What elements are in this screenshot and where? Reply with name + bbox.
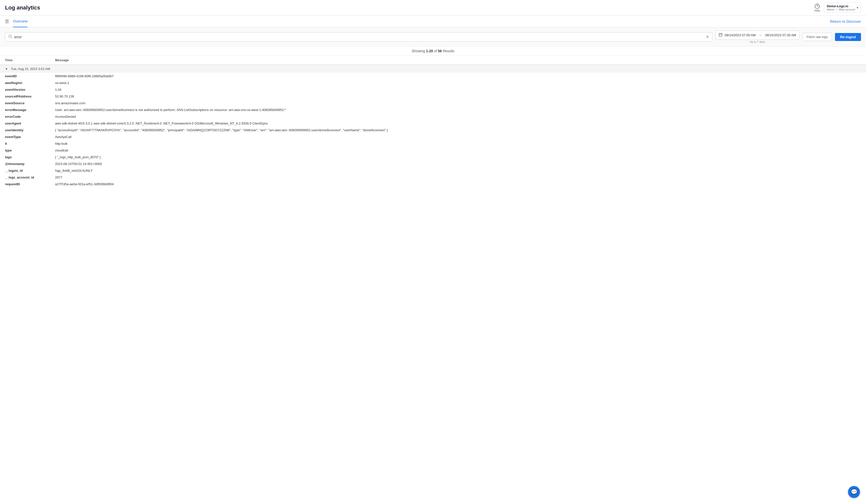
table-row: type cloudtrail [0,147,866,154]
search-input-wrapper: ✕ [5,32,712,42]
header-right: Help Demo-Logz.io Admin | Main account ▾ [814,2,861,13]
date-range-sublabel: Up to 7 days [750,40,765,43]
field-value: AwsApiCall [50,134,866,140]
svg-line-3 [11,37,12,38]
table-row: errorCode AccessDenied [0,113,866,120]
table-header-row: Time Message [0,56,866,65]
svg-point-2 [9,35,12,38]
field-value: User: arn:aws:iam::406095609952:user/dom… [50,106,866,113]
field-value: 2023-08-15T00:01:14.951+0000 [50,160,866,167]
field-name: __logz_account_id [0,174,50,181]
table-row: awsRegion us-west-1 [0,80,866,86]
table-row: errorMessage User: arn:aws:iam::40609560… [0,106,866,113]
table-row: @timestamp 2023-08-15T00:01:14.951+0000 [0,160,866,167]
account-role-info: Admin | Main account [827,8,855,11]
fetch-raw-logs-button[interactable]: Fetch raw logs [802,33,832,41]
clear-search-icon[interactable]: ✕ [706,34,709,39]
table-row: __logzio_id hqp_9okB_xwGGt-NJNLY [0,167,866,174]
results-count: 56 [438,49,442,53]
reingest-button[interactable]: Re-ingest [835,33,861,41]
showing-label: Showing [411,49,425,53]
date-to: 08/15/2023 07:30 AM [765,33,796,37]
field-name: requestID [0,181,50,187]
chevron-down-icon: ▾ [857,6,858,10]
field-name: eventID [0,73,50,80]
field-value: us-west-1 [50,80,866,86]
col-message: Message [50,56,866,65]
top-header: Log analytics Help Demo-Logz.io Admin | … [0,0,866,15]
nav-bar: ☰ Overview Return to Discover [0,15,866,27]
return-to-discover-link[interactable]: Return to Discover [830,19,861,23]
date-arrow-icon: → [758,33,763,37]
field-name: awsRegion [0,80,50,86]
nav-left: ☰ Overview [5,16,27,27]
of-label: of [434,49,437,53]
field-name: lt [0,140,50,147]
table-row: requestID a27f7d5a-ae0a-501a-ef51-3df000… [0,181,866,187]
field-name: eventType [0,134,50,140]
table-row: sourceIPAddress 52.90.70.136 [0,93,866,100]
field-value: 2977 [50,174,866,181]
field-name: errorCode [0,113,50,120]
date-range-group: 08/14/2023 07:00 AM → 08/15/2023 07:30 A… [715,31,799,43]
table-row: __logz_account_id 2977 [0,174,866,181]
calendar-icon [719,33,723,37]
field-name: @timestamp [0,160,50,167]
field-name: tags [0,154,50,160]
field-value: 52.90.70.136 [50,93,866,100]
account-separator: | [836,8,837,11]
field-name: eventVersion [0,86,50,93]
field-value: [ "_logz_http_bulk_json_8070" ] [50,154,866,160]
field-name: sourceIPAddress [0,93,50,100]
field-name: userAgent [0,120,50,127]
date-from: 08/14/2023 07:00 AM [724,33,756,37]
help-icon [814,3,820,9]
field-name: __logzio_id [0,167,50,174]
table-row: lt http-bulk [0,140,866,147]
field-value: cloudtrail [50,147,866,154]
col-time: Time [0,56,50,65]
table-row: eventSource sns.amazonaws.com [0,100,866,106]
account-role: Admin [827,8,834,11]
log-table: Time Message ▼ Tue, Aug 15, 2023 3:01 AM… [0,56,866,187]
field-name: userIdentity [0,127,50,134]
group-date-label: Tue, Aug 15, 2023 3:01 AM [11,67,50,71]
field-name: eventSource [0,100,50,106]
group-row: ▼ Tue, Aug 15, 2023 3:01 AM [0,65,866,73]
results-label: Results [443,49,455,53]
field-name: errorMessage [0,106,50,113]
field-value: sns.amazonaws.com [50,100,866,106]
search-bar-container: ✕ 08/14/2023 07:00 AM → 08/15/2023 07:30… [0,27,866,46]
field-value: a27f7d5a-ae0a-501a-ef51-3df000b06f04 [50,181,866,187]
results-range: 1-20 [426,49,433,53]
account-section[interactable]: Demo-Logz.io Admin | Main account ▾ [824,2,861,13]
account-type: Main account [839,8,855,11]
account-info: Demo-Logz.io Admin | Main account [827,4,855,11]
svg-point-0 [815,4,820,8]
table-row: eventVersion 1.04 [0,86,866,93]
account-name: Demo-Logz.io [827,4,855,8]
field-value: 1.04 [50,86,866,93]
results-info: Showing 1-20 of 56 Results [0,46,866,56]
table-row: tags [ "_logz_http_bulk_json_8070" ] [0,154,866,160]
tab-overview-label: Overview [13,19,27,23]
field-value: aws-sdk-dotnet-45/3.3.0.1 aws-sdk-dotnet… [50,120,866,127]
tab-overview[interactable]: Overview [13,16,27,27]
field-value: AccessDenied [50,113,866,120]
table-row: eventType AwsApiCall [0,134,866,140]
group-row-date[interactable]: ▼ Tue, Aug 15, 2023 3:01 AM [0,65,866,73]
field-value: hqp_9okB_xwGGt-NJNLY [50,167,866,174]
field-name: type [0,147,50,154]
table-row: userAgent aws-sdk-dotnet-45/3.3.0.1 aws-… [0,120,866,127]
search-input[interactable] [14,35,704,39]
help-section[interactable]: Help [814,3,820,12]
date-range-picker[interactable]: 08/14/2023 07:00 AM → 08/15/2023 07:30 A… [715,31,799,40]
field-value: http-bulk [50,140,866,147]
chevron-down-icon[interactable]: ▼ [5,67,8,71]
app-title: Log analytics [5,4,40,11]
field-value: f8f6f496-6888-4199-80f6-18865a00a0b7 [50,73,866,80]
field-value: { "accessKeyId": "AKIAIP77TMIAKRVPO3YA",… [50,127,866,134]
hamburger-icon[interactable]: ☰ [5,19,9,24]
svg-rect-4 [719,34,722,36]
help-label: Help [814,9,820,12]
